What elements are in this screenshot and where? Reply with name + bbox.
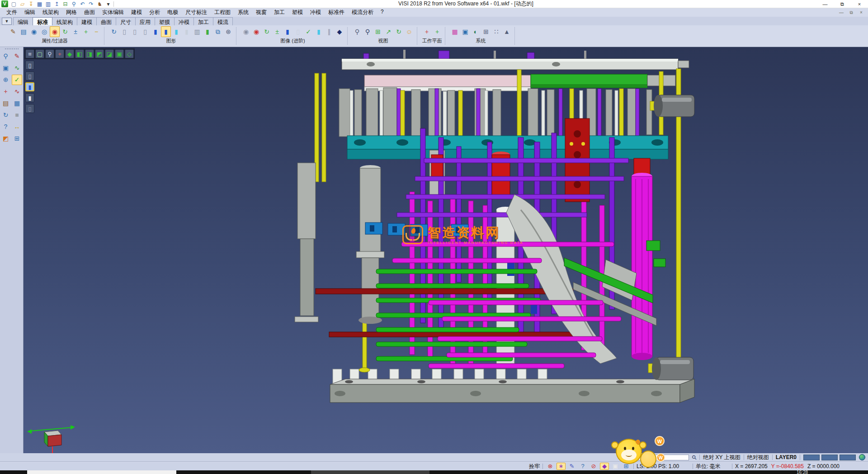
orient-axes-icon[interactable]: + bbox=[55, 49, 64, 58]
adv-recycle-icon[interactable]: ↻ bbox=[262, 26, 272, 37]
mdi-minimize-icon[interactable]: — bbox=[836, 9, 846, 16]
3d-viewport[interactable]: ≡▢⚲+◆◧◨◩◪▣◇ ▯▯▮▮▯ bbox=[24, 47, 868, 453]
redo-icon[interactable]: ↷ bbox=[87, 0, 95, 8]
layer-color-swatch[interactable] bbox=[840, 455, 856, 460]
ribbon-tab[interactable]: 尺寸 bbox=[116, 17, 136, 25]
menu-item[interactable]: 编辑 bbox=[21, 8, 39, 17]
snap-lock-label[interactable]: 拴牢 bbox=[529, 463, 540, 470]
matrix-icon[interactable]: ∷ bbox=[491, 26, 501, 37]
confirm-check-icon[interactable]: ✓ bbox=[12, 75, 22, 85]
menu-item[interactable]: 塑模 bbox=[288, 8, 307, 17]
help-icon[interactable]: ? bbox=[0, 122, 11, 132]
zoom-dynamic-icon[interactable]: ⚲ bbox=[363, 26, 373, 37]
globe-status-icon[interactable] bbox=[859, 454, 865, 460]
taskbar-apps-area[interactable] bbox=[311, 470, 429, 474]
open-folder-icon[interactable]: ▱ bbox=[19, 0, 26, 8]
reference-lock-icon[interactable]: ⊗ bbox=[546, 463, 555, 470]
menu-item[interactable]: 实体编辑 bbox=[99, 8, 127, 17]
mdi-close-icon[interactable]: × bbox=[856, 9, 866, 16]
left-view-icon[interactable]: ◩ bbox=[95, 49, 104, 58]
curve-sketch-icon[interactable]: ∿ bbox=[12, 63, 22, 73]
show-all-icon[interactable]: + bbox=[81, 26, 91, 37]
window-minimize-button[interactable]: — bbox=[816, 0, 834, 8]
menu-item[interactable]: 文件 bbox=[3, 8, 21, 17]
wireframe-mode-icon[interactable]: ▯ bbox=[25, 61, 34, 70]
mass-attributes-icon[interactable]: ▤ bbox=[19, 26, 28, 37]
measure-icon[interactable]: ↔ bbox=[12, 122, 22, 132]
search-icon[interactable]: ⚲ bbox=[690, 453, 698, 461]
render-settings-icon[interactable]: ◩ bbox=[0, 133, 11, 144]
ribbon-tab[interactable]: 曲面 bbox=[96, 17, 116, 25]
adv-flat-icon[interactable]: ▯ bbox=[293, 26, 303, 37]
save-icon[interactable]: ▦ bbox=[36, 0, 43, 8]
adv-material-icon[interactable]: ◆ bbox=[335, 26, 344, 37]
globe-settings-icon[interactable]: ◐ bbox=[471, 26, 481, 37]
viewport-menu-icon[interactable]: ≡ bbox=[25, 49, 34, 58]
ribbon-tab[interactable]: 建模 bbox=[77, 17, 97, 25]
hidden-line-mode-icon[interactable]: ▯ bbox=[25, 71, 34, 81]
ribbon-tab[interactable]: 编辑 bbox=[13, 17, 33, 25]
window-close-button[interactable]: × bbox=[851, 0, 868, 8]
menu-item[interactable]: 建模 bbox=[127, 8, 146, 17]
spline-edit-icon[interactable]: ∿ bbox=[12, 86, 22, 97]
zoom-select-icon[interactable]: ⚲ bbox=[352, 26, 362, 37]
adv-shaded-icon[interactable]: ▮ bbox=[283, 26, 292, 37]
plane-fit-icon[interactable]: ▣ bbox=[0, 63, 11, 73]
menu-item[interactable]: 分析 bbox=[146, 8, 164, 17]
menu-item[interactable]: 冲模 bbox=[307, 8, 325, 17]
pan-icon[interactable]: ↗ bbox=[383, 26, 393, 37]
render-smile-icon[interactable]: ☺ bbox=[404, 26, 414, 37]
hidden-line-cylinder-icon[interactable]: ▯ bbox=[130, 26, 140, 37]
shaded-edges-mode-icon[interactable]: ▮ bbox=[25, 93, 34, 102]
import-icon[interactable]: ↧ bbox=[27, 0, 35, 8]
menu-item[interactable]: 工程图 bbox=[211, 8, 234, 17]
window-layout-icon[interactable]: ▦ bbox=[12, 98, 22, 109]
adv-wireframe-eye-icon[interactable]: ◉ bbox=[241, 26, 251, 37]
new-file-icon[interactable]: ▢ bbox=[10, 0, 18, 8]
color-table-icon[interactable]: ▦ bbox=[450, 26, 460, 37]
shaded-cylinder-icon[interactable]: ▮ bbox=[151, 26, 160, 37]
selection-filter-icon[interactable]: ⚲ bbox=[0, 51, 11, 62]
edit-erase-icon[interactable]: ✎ bbox=[12, 51, 22, 62]
workplane-align-icon[interactable]: + bbox=[432, 26, 442, 37]
quick-access-dropdown-icon[interactable]: ▾ bbox=[104, 0, 112, 8]
shaded-active-cylinder-icon[interactable]: ▮ bbox=[161, 26, 171, 37]
mdi-restore-icon[interactable]: ⧉ bbox=[846, 9, 856, 16]
fit-view-icon[interactable]: ▢ bbox=[35, 49, 44, 58]
redraw-icon[interactable]: ↻ bbox=[109, 26, 119, 37]
solid-view-icon[interactable]: ■ bbox=[12, 110, 22, 120]
view-settings-icon[interactable]: ⊛ bbox=[223, 26, 233, 37]
print-icon[interactable]: ⊟ bbox=[61, 0, 69, 8]
copy-view-icon[interactable]: ⧉ bbox=[213, 26, 223, 37]
preview-icon[interactable]: ⚲ bbox=[70, 0, 78, 8]
regen-view-icon[interactable]: ↻ bbox=[394, 26, 404, 37]
adv-attach-icon[interactable]: ∥ bbox=[324, 26, 334, 37]
ribbon-tab[interactable]: 模流 bbox=[213, 17, 233, 25]
macro-icon[interactable]: ♞ bbox=[96, 0, 104, 8]
menu-item[interactable]: 视窗 bbox=[252, 8, 270, 17]
show-entities-icon[interactable]: ◉ bbox=[29, 26, 39, 37]
paint-mode-icon[interactable]: ✎ bbox=[567, 463, 576, 470]
dashed-cylinder-icon[interactable]: ▯ bbox=[140, 26, 150, 37]
menu-item[interactable]: 尺寸标注 bbox=[182, 8, 211, 17]
menu-item[interactable]: 标准件 bbox=[325, 8, 348, 17]
tabbar-dropdown-button[interactable]: ▼ bbox=[2, 18, 12, 25]
menu-item[interactable]: 加工 bbox=[270, 8, 288, 17]
ribbon-tab[interactable]: 线架构 bbox=[52, 17, 77, 25]
move-origin-icon[interactable]: + bbox=[0, 86, 11, 97]
item-attributes-icon[interactable]: ✎ bbox=[8, 26, 18, 37]
zoom-view-icon[interactable]: ⚲ bbox=[45, 49, 54, 58]
axonometry-icon[interactable]: ▲ bbox=[502, 26, 512, 37]
undo-icon[interactable]: ↶ bbox=[79, 0, 86, 8]
no-snap-icon[interactable]: ⊘ bbox=[589, 463, 598, 470]
ribbon-tab[interactable]: 冲模 bbox=[174, 17, 194, 25]
menu-item[interactable]: 曲面 bbox=[80, 8, 99, 17]
workplane-icon[interactable]: + bbox=[422, 26, 432, 37]
refresh-visibility-icon[interactable]: ↻ bbox=[60, 26, 70, 37]
adv-traffic-light-icon[interactable]: ◉ bbox=[251, 26, 261, 37]
menu-item[interactable]: 模流分析 bbox=[348, 8, 377, 17]
menu-item[interactable]: ? bbox=[377, 8, 387, 17]
mesh-cylinder-icon[interactable]: ▥ bbox=[192, 26, 202, 37]
display-config-icon[interactable]: ▣ bbox=[460, 26, 470, 37]
front-view-icon[interactable]: ◧ bbox=[75, 49, 84, 58]
